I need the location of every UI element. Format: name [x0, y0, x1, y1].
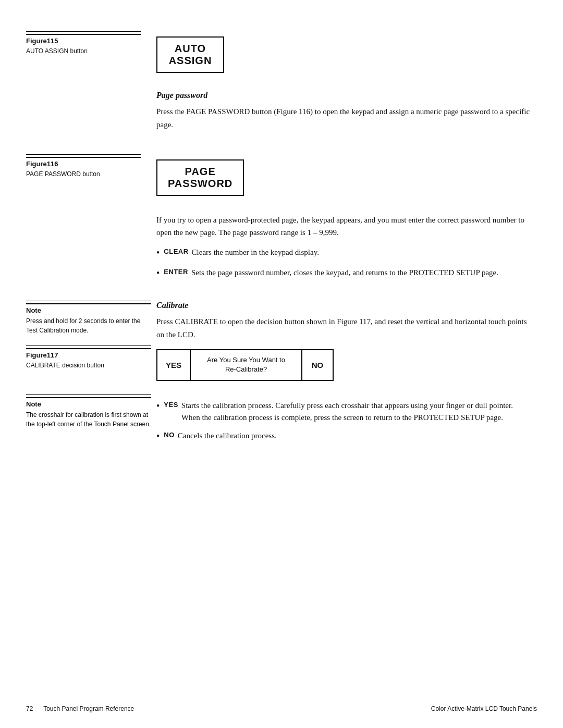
footer-left-text: Touch Panel Program Reference [43, 705, 134, 712]
figure-116-caption: PAGE PASSWORD button [26, 170, 141, 179]
figure-116-block: Figure116 PAGE PASSWORD button [26, 154, 141, 179]
page-password-para2: If you try to open a password-protected … [156, 214, 532, 240]
page-password-heading: Page password [156, 91, 532, 100]
note-2-block: Note The crosshair for calibration is fi… [26, 394, 151, 429]
calibrate-middle-text: Are You Sure You Want toRe-Calibrate? [191, 350, 301, 379]
bullet-enter: • ENTER Sets the page password number, c… [156, 267, 532, 281]
calibrate-yes-label: YES [157, 350, 191, 379]
calibrate-decision-button: YES Are You Sure You Want toRe-Calibrate… [156, 349, 334, 380]
figure-115-label: Figure115 [26, 34, 141, 45]
page-password-bullets: • CLEAR Clears the number in the keypad … [156, 246, 532, 281]
calibrate-no-label: NO [301, 350, 333, 379]
calibrate-heading: Calibrate [156, 301, 532, 310]
bullet-no-text: Cancels the calibration process. [178, 430, 277, 442]
figure-117-caption: CALIBRATE decision button [26, 361, 151, 370]
figure-117-label: Figure117 [26, 348, 151, 359]
bullet-clear: • CLEAR Clears the number in the keypad … [156, 246, 532, 261]
page-password-para1: Press the PAGE PASSWORD button (Figure 1… [156, 105, 532, 131]
bullet-clear-term: CLEAR [164, 246, 188, 257]
note-2-label: Note [26, 397, 151, 408]
note-1-label: Note [26, 303, 151, 314]
footer-page-number: 72 Touch Panel Program Reference [26, 705, 134, 712]
bullet-enter-text: Sets the page password number, closes th… [191, 267, 498, 279]
bullet-enter-term: ENTER [164, 267, 188, 277]
bullet-yes-term: YES [164, 400, 178, 410]
bullet-no: • NO Cancels the calibration process. [156, 430, 532, 444]
auto-assign-button-illustration: AUTO ASSIGN [156, 36, 224, 73]
bullet-yes: • YES Starts the calibration process. Ca… [156, 400, 532, 424]
footer-right-text: Color Active-Matrix LCD Touch Panels [431, 705, 537, 712]
figure-115-block: Figure115 AUTO ASSIGN button [26, 31, 141, 56]
page-password-button-illustration: PAGE PASSWORD [156, 159, 244, 196]
page-number: 72 [26, 705, 33, 712]
bullet-yes-text: Starts the calibration process. Carefull… [181, 400, 532, 424]
calibrate-bullets: • YES Starts the calibration process. Ca… [156, 400, 532, 444]
figure-115-caption: AUTO ASSIGN button [26, 47, 141, 56]
page-footer: 72 Touch Panel Program Reference Color A… [0, 705, 563, 712]
calibrate-para1: Press CALIBRATE to open the decision but… [156, 315, 532, 341]
bullet-clear-text: Clears the number in the keypad display. [192, 246, 319, 258]
figure-117-block: Figure117 CALIBRATE decision button [26, 346, 151, 370]
bullet-no-term: NO [164, 430, 175, 440]
figure-116-label: Figure116 [26, 157, 141, 168]
note-1-block: Note Press and hold for 2 seconds to ent… [26, 301, 151, 335]
note-1-text: Press and hold for 2 seconds to enter th… [26, 316, 151, 335]
note-2-text: The crosshair for calibration is first s… [26, 410, 151, 429]
